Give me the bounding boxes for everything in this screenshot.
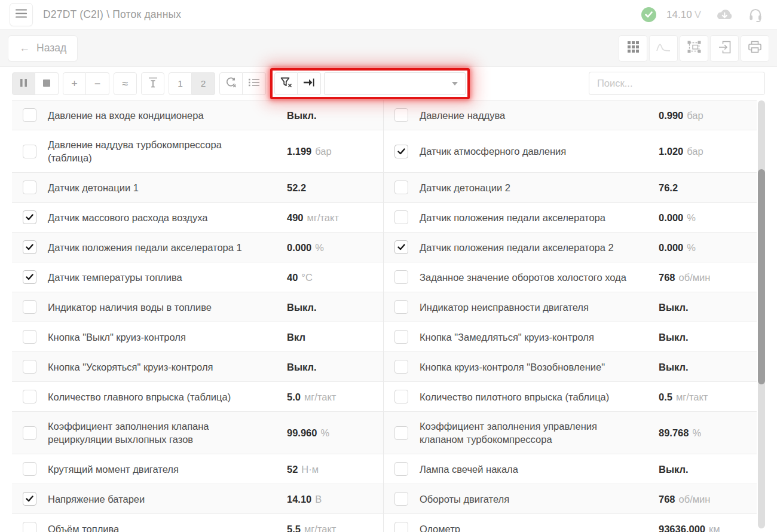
cloud-sync-icon[interactable]: [715, 8, 734, 22]
row-checkbox[interactable]: [23, 390, 36, 403]
param-name: Давление наддува: [420, 109, 647, 122]
param-name: Количество пилотного впрыска (таблица): [420, 390, 647, 403]
page-1-button[interactable]: 1: [169, 72, 192, 95]
row-checkbox[interactable]: [394, 300, 408, 314]
param-value: 490мг/такт: [287, 211, 381, 224]
page-2-button[interactable]: 2: [192, 72, 215, 95]
row-checkbox[interactable]: [23, 181, 36, 194]
reset-values-button[interactable]: [219, 72, 243, 95]
param-value-number: 89.768: [659, 427, 689, 438]
row-checkbox[interactable]: [394, 210, 408, 224]
row-checkbox[interactable]: [23, 300, 36, 314]
param-cell: Объём топлива5.5мг/такт: [12, 514, 384, 532]
zoom-out-button[interactable]: −: [86, 72, 109, 95]
zoom-in-button[interactable]: +: [63, 72, 86, 95]
row-checkbox[interactable]: [394, 522, 408, 532]
back-button[interactable]: ← Назад: [8, 35, 78, 62]
table-row: Датчик положения педали акселератора 10.…: [12, 233, 757, 262]
row-checkbox[interactable]: [23, 240, 36, 254]
hamburger-icon: [16, 9, 27, 20]
row-checkbox[interactable]: [394, 181, 408, 194]
smooth-button[interactable]: ≈: [114, 72, 137, 95]
param-unit: бар: [315, 146, 331, 157]
row-checkbox[interactable]: [394, 240, 408, 254]
row-checkbox[interactable]: [394, 390, 408, 403]
param-value-number: 0.990: [659, 110, 683, 121]
row-checkbox[interactable]: [394, 462, 408, 476]
param-value-number: 768: [659, 494, 675, 505]
param-unit: %: [687, 242, 696, 253]
row-checkbox[interactable]: [394, 330, 408, 344]
filter-preset-dropdown[interactable]: [324, 72, 466, 95]
row-checkbox[interactable]: [23, 426, 36, 440]
param-value: 99.960%: [287, 426, 381, 439]
param-value: Выкл.: [659, 360, 753, 374]
param-name: Давление наддува турбокомпрессора (табли…: [48, 138, 275, 164]
param-value-number: 0.000: [659, 242, 683, 253]
row-checkbox[interactable]: [23, 360, 36, 374]
row-checkbox[interactable]: [394, 108, 408, 122]
breadcrumb: D27DT (C2I) \ Поток данных: [43, 8, 181, 21]
row-checkbox[interactable]: [394, 360, 408, 374]
table-row: Коэффициент заполнения клапана рециркуля…: [12, 412, 757, 454]
print-button[interactable]: [741, 35, 769, 62]
apply-selection-button[interactable]: [298, 72, 321, 95]
selection-frame-icon: [687, 41, 701, 56]
param-name: Датчик положения педали акселератора 1: [48, 241, 275, 254]
row-checkbox[interactable]: [23, 462, 36, 476]
row-checkbox[interactable]: [394, 270, 408, 284]
param-value-number: 5.5: [287, 524, 301, 532]
param-value-number: 1.020: [659, 146, 683, 157]
param-value-number: Выкл.: [659, 332, 689, 343]
row-checkbox[interactable]: [23, 522, 36, 532]
row-checkbox[interactable]: [394, 426, 408, 440]
param-unit: Н·м: [301, 464, 319, 475]
row-checkbox[interactable]: [23, 330, 36, 344]
param-unit: мг/такт: [304, 524, 336, 532]
select-parameters-button[interactable]: [680, 35, 708, 62]
row-checkbox[interactable]: [23, 492, 36, 506]
param-value-number: 490: [287, 212, 304, 223]
param-value-number: 1.199: [287, 146, 311, 157]
search-input[interactable]: [589, 72, 765, 95]
filter-x-icon: [280, 77, 292, 90]
param-unit: км: [709, 524, 720, 532]
param-value: 40°С: [287, 271, 381, 284]
row-checkbox[interactable]: [394, 145, 408, 158]
param-cell: Одометр93636.000км: [384, 514, 757, 532]
list-view-button[interactable]: [243, 72, 266, 95]
row-checkbox[interactable]: [23, 108, 36, 122]
param-cell: Индикатор неисправности двигателяВыкл.: [384, 292, 757, 322]
scale-i-beam-icon: [148, 77, 158, 90]
param-value: 0.000%: [287, 241, 381, 254]
param-value-number: 76.2: [659, 182, 678, 193]
param-name: Кнопка "Ускоряться" круиз-контроля: [48, 360, 275, 374]
param-name: Индикатор наличия воды в топливе: [48, 301, 275, 314]
scrollbar-thumb[interactable]: [758, 169, 765, 384]
param-cell: Лампа свечей накалаВыкл.: [384, 454, 757, 484]
export-button[interactable]: [710, 35, 739, 62]
param-name: Заданное значение оборотов холостого ход…: [420, 271, 647, 284]
arrow-to-bar-icon: [304, 78, 315, 90]
param-name: Обороты двигателя: [420, 493, 647, 506]
grid-view-button[interactable]: [619, 35, 647, 62]
param-value: Выкл.: [287, 109, 381, 122]
fit-scale-button[interactable]: [141, 72, 164, 95]
highlight-box: [270, 68, 470, 99]
param-name: Датчик положения педали акселератора 2: [420, 241, 647, 254]
row-checkbox[interactable]: [23, 270, 36, 284]
row-checkbox[interactable]: [23, 210, 36, 224]
row-checkbox[interactable]: [23, 145, 36, 158]
chart-view-button[interactable]: [649, 35, 678, 62]
table-row: Датчик температуры топлива40°СЗаданное з…: [12, 262, 757, 292]
clear-filter-button[interactable]: [274, 72, 298, 95]
table-row: Датчик детонации 152.2Датчик детонации 2…: [12, 173, 757, 203]
param-cell: Датчик детонации 276.2: [384, 173, 757, 202]
row-checkbox[interactable]: [394, 492, 408, 506]
pause-button[interactable]: [12, 72, 35, 95]
headset-icon[interactable]: [748, 8, 763, 22]
table-row: Давление наддува турбокомпрессора (табли…: [12, 130, 757, 173]
menu-button[interactable]: [10, 3, 33, 26]
scrollbar-track[interactable]: [758, 100, 765, 528]
stop-button[interactable]: [35, 72, 59, 95]
